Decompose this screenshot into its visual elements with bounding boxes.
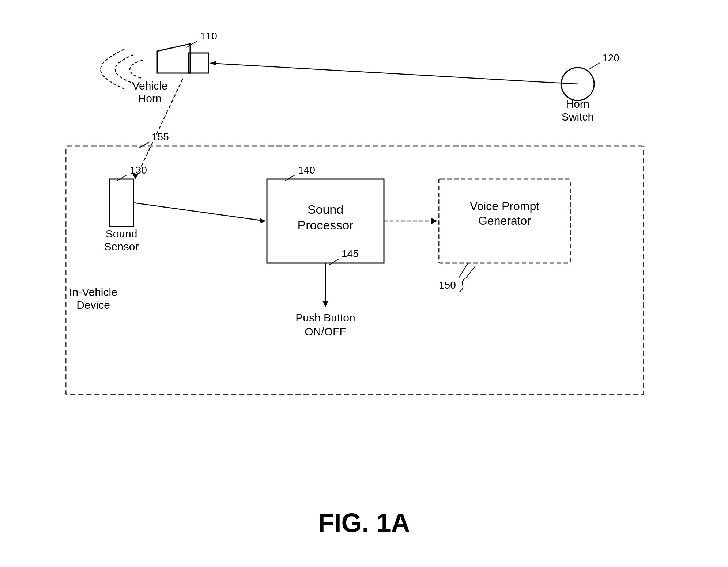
svg-text:Processor: Processor bbox=[297, 218, 353, 232]
svg-text:Switch: Switch bbox=[562, 111, 594, 123]
svg-text:110: 110 bbox=[200, 30, 217, 42]
svg-marker-5 bbox=[210, 61, 216, 65]
svg-text:In-Vehicle: In-Vehicle bbox=[69, 286, 117, 298]
svg-line-22 bbox=[459, 263, 468, 278]
figure-title: FIG. 1A bbox=[318, 508, 410, 538]
svg-text:Sensor: Sensor bbox=[104, 240, 139, 252]
svg-text:Horn: Horn bbox=[138, 92, 162, 104]
svg-marker-2 bbox=[157, 44, 190, 73]
svg-text:Device: Device bbox=[76, 299, 110, 311]
svg-line-23 bbox=[139, 142, 150, 148]
svg-text:130: 130 bbox=[130, 164, 147, 176]
svg-line-41 bbox=[466, 266, 475, 278]
svg-text:145: 145 bbox=[342, 248, 359, 259]
svg-line-11 bbox=[133, 203, 265, 221]
svg-rect-8 bbox=[110, 179, 133, 227]
svg-text:Push Button: Push Button bbox=[295, 312, 355, 324]
svg-text:Vehicle: Vehicle bbox=[132, 80, 168, 92]
svg-marker-12 bbox=[260, 218, 265, 224]
svg-text:120: 120 bbox=[602, 52, 619, 64]
svg-text:Sound: Sound bbox=[106, 228, 137, 240]
svg-text:Generator: Generator bbox=[478, 214, 531, 227]
svg-text:Voice Prompt: Voice Prompt bbox=[470, 199, 539, 213]
svg-text:ON/OFF: ON/OFF bbox=[305, 326, 346, 338]
svg-text:140: 140 bbox=[298, 164, 315, 176]
svg-rect-3 bbox=[188, 53, 208, 73]
svg-marker-14 bbox=[431, 218, 437, 224]
svg-text:150: 150 bbox=[439, 279, 456, 291]
svg-line-18 bbox=[589, 63, 600, 69]
svg-text:Horn: Horn bbox=[566, 98, 589, 110]
svg-marker-16 bbox=[322, 301, 328, 307]
svg-text:155: 155 bbox=[152, 131, 169, 142]
svg-line-4 bbox=[210, 63, 578, 84]
svg-text:Sound: Sound bbox=[308, 202, 343, 216]
